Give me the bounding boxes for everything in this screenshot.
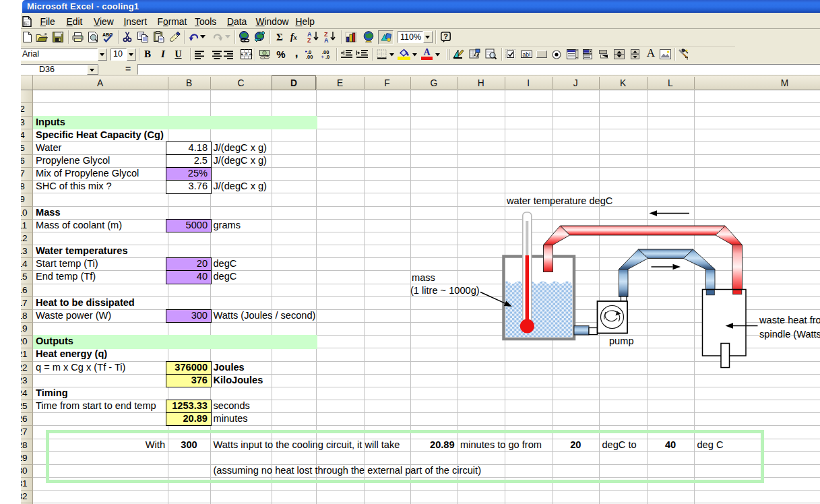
svg-text:.0: .0	[325, 54, 329, 60]
svg-text:a: a	[245, 51, 248, 57]
svg-text:ab: ab	[523, 51, 530, 57]
svg-text:¢: ¢	[266, 54, 268, 58]
svg-text:A: A	[324, 37, 329, 44]
svg-text:.00: .00	[306, 54, 313, 60]
svg-text:Z: Z	[307, 37, 311, 44]
svg-text:?: ?	[443, 32, 448, 40]
